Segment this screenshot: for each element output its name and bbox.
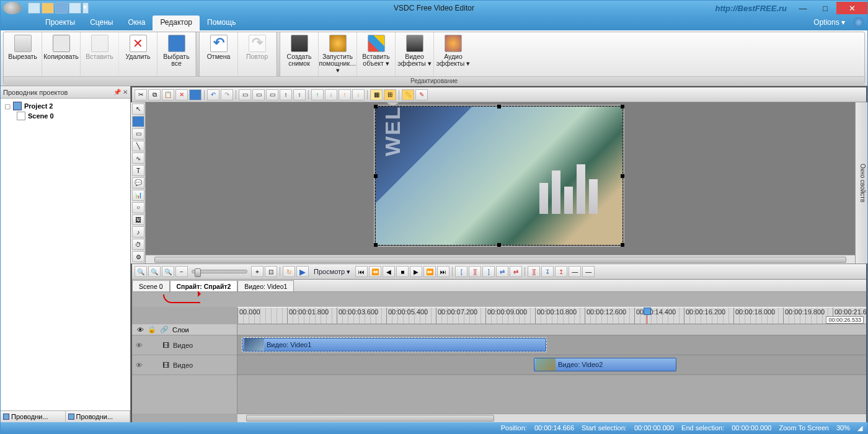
menu-scenes[interactable]: Сцены [82, 16, 120, 30]
tool-line-icon[interactable]: ╲ [132, 141, 144, 152]
qat-open-icon[interactable] [42, 2, 54, 14]
collapse-icon[interactable]: ▢ [4, 102, 11, 110]
tool-audio-icon[interactable]: ♪ [132, 226, 144, 237]
tree-scene[interactable]: Scene 0 [16, 111, 128, 121]
pin-icon[interactable]: 📌 ✕ [113, 89, 128, 95]
tb-ruler-icon[interactable]: 📏 [402, 89, 414, 100]
tb-order2-icon[interactable]: ↕ [293, 89, 306, 100]
tool-pointer-icon[interactable]: ↖ [132, 104, 144, 115]
tb-ar3-icon[interactable]: ↑ [339, 89, 351, 100]
link-icon[interactable]: 🔗 [160, 326, 169, 334]
resize-grip-icon[interactable]: ◢ [857, 424, 862, 432]
tool-rect-icon[interactable] [132, 116, 144, 127]
mark-out-icon[interactable]: ] [482, 266, 495, 277]
menu-windows[interactable]: Окна [121, 16, 153, 30]
tool-media-icon[interactable]: 🖼 [132, 215, 144, 226]
tb-undo-icon[interactable]: ↶ [207, 89, 219, 100]
tb-redo-icon[interactable]: ↷ [221, 89, 233, 100]
maximize-button[interactable]: □ [814, 2, 836, 14]
split4-icon[interactable]: — [569, 266, 581, 277]
rewind-icon[interactable]: ⏪ [369, 266, 381, 277]
tb-pen-icon[interactable]: ✎ [415, 89, 428, 100]
menu-editor[interactable]: Редактор [153, 16, 200, 30]
redo-button[interactable]: Повтор [238, 32, 277, 76]
tool-counter-icon[interactable]: ⏱ [132, 239, 144, 250]
ffwd-icon[interactable]: ⏩ [423, 266, 436, 277]
paste-button[interactable]: Вставить [81, 32, 119, 76]
track-header-2[interactable]: 👁 🎞 Видео [132, 355, 237, 375]
split3-icon[interactable]: ↥ [555, 266, 567, 277]
step-back-icon[interactable]: ◀ [383, 266, 395, 277]
tool-curve-icon[interactable]: ∿ [132, 153, 144, 164]
tree-project[interactable]: ▢ Project 2 [3, 101, 128, 111]
lock-icon[interactable]: 🔒 [148, 326, 156, 334]
minimize-button[interactable]: — [792, 2, 814, 14]
tb-order1-icon[interactable]: ↕ [280, 89, 292, 100]
close-button[interactable]: ✕ [836, 2, 867, 14]
delete-button[interactable]: Удалить [119, 32, 157, 76]
insert-object-button[interactable]: Вставить объект ▾ [357, 32, 396, 76]
zoom-minus-icon[interactable]: − [175, 266, 188, 277]
zoom-fit-icon[interactable]: 🔍 [162, 266, 174, 277]
mark-in-icon[interactable]: [ [455, 266, 467, 277]
tool-circle-icon[interactable]: ○ [132, 202, 144, 213]
tb-ar2-icon[interactable]: ↓ [325, 89, 337, 100]
step-fwd-icon[interactable]: ▶ [410, 266, 422, 277]
tl-tab-scene[interactable]: Scene 0 [132, 280, 170, 291]
tb-align3-icon[interactable]: ▭ [266, 89, 278, 100]
copy-button[interactable]: Копировать [42, 32, 81, 76]
tool-tip-icon[interactable]: 💬 [132, 177, 144, 188]
zoom-plus-icon[interactable]: + [251, 266, 264, 277]
mark-range-icon[interactable]: ][ [469, 266, 481, 277]
zoom-reset-icon[interactable]: ⊡ [265, 266, 277, 277]
video-effects-button[interactable]: Видео эффекты ▾ [396, 32, 434, 76]
explorer-tab-2[interactable]: Проводни... [66, 411, 131, 422]
zoom-out-icon[interactable]: 🔍 [148, 266, 161, 277]
tb-cut-icon[interactable]: ✂ [135, 89, 147, 100]
wizard-button[interactable]: Запустить помощник… ▾ [319, 32, 357, 76]
preview-label[interactable]: Просмотр ▾ [310, 268, 354, 276]
zoom-slider[interactable] [192, 270, 247, 273]
swap-icon[interactable]: ⇄ [496, 266, 508, 277]
qat-save-icon[interactable] [55, 2, 68, 14]
tb-ar4-icon[interactable]: ↓ [352, 89, 365, 100]
tb-ar1-icon[interactable]: ↑ [311, 89, 324, 100]
cut-button[interactable]: Вырезать [4, 32, 42, 76]
tl-tab-video[interactable]: Видео: Video1 [237, 280, 294, 291]
play-button[interactable]: ▶ [296, 266, 309, 277]
tool-rect2-icon[interactable]: ▭ [132, 128, 144, 140]
eye-icon[interactable]: 👁 [137, 326, 144, 334]
canvas[interactable]: WELCOME [146, 102, 855, 264]
tool-text-icon[interactable]: T [132, 165, 144, 176]
time-ruler[interactable]: 00.000 00:00:01.800 00:00:03.600 00:00:0… [237, 307, 866, 324]
qat-export-icon[interactable] [69, 2, 81, 14]
zoom-in-icon[interactable]: 🔍 [135, 266, 147, 277]
properties-tab[interactable]: Окно свойств [855, 102, 867, 264]
tb-sel-icon[interactable] [189, 89, 202, 100]
tb-paste-icon[interactable]: 📋 [162, 89, 174, 100]
timeline-hscroll[interactable] [237, 414, 866, 422]
tb-align-icon[interactable]: ▭ [239, 89, 251, 100]
clip-video-1[interactable]: Видео: Video1 [242, 338, 546, 352]
tl-tab-sprite[interactable]: Спрайт: Спрайт2 [170, 280, 238, 291]
eye-icon[interactable]: 👁 [136, 342, 143, 349]
track-header-1[interactable]: 👁 🎞 Видео [132, 335, 237, 355]
split1-icon[interactable]: ][ [528, 266, 540, 277]
split2-icon[interactable]: ↧ [541, 266, 554, 277]
tb-align2-icon[interactable]: ▭ [252, 89, 265, 100]
goto-start-icon[interactable]: ⏮ [355, 266, 368, 277]
tb-del-icon[interactable]: ✕ [175, 89, 188, 100]
select-all-button[interactable]: Выбрать все [157, 32, 196, 76]
audio-effects-button[interactable]: Аудио эффекты ▾ [434, 32, 472, 76]
clip-video-2[interactable]: Видео: Video2 [534, 358, 676, 371]
snapshot-button[interactable]: Создать снимок [280, 32, 319, 76]
stage-selection[interactable]: WELCOME [375, 106, 623, 246]
swap2-icon[interactable]: ⇄ [510, 266, 522, 277]
goto-end-icon[interactable]: ⏭ [437, 266, 450, 277]
loop-icon[interactable]: ↻ [283, 266, 295, 277]
tb-snap-icon[interactable]: ⊞ [384, 89, 396, 100]
tool-gear-icon[interactable]: ⚙ [132, 251, 144, 262]
playhead[interactable] [647, 308, 647, 324]
tb-grid-icon[interactable]: ▦ [370, 89, 383, 100]
qat-dropdown-icon[interactable]: ▾ [82, 2, 89, 14]
